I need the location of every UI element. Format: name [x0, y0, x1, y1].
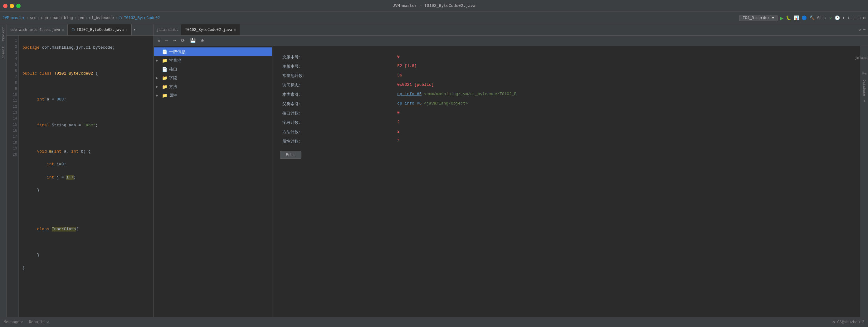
breadcrumb-item-4[interactable]: mashibing — [53, 16, 73, 20]
detail-row-constant-pool-count: 常量池计数: 36 — [280, 71, 852, 81]
super-class-value: <java/lang/Object> — [424, 101, 468, 106]
this-class-link[interactable]: cp_info #5 — [397, 92, 422, 96]
terminal-label[interactable]: ≡ — [862, 100, 866, 102]
detail-value-method-count: 2 — [395, 127, 852, 137]
coverage-button[interactable]: 🔵 — [802, 15, 807, 21]
tree-item-attributes[interactable]: ▶ 📁 属性 — [154, 91, 272, 100]
jclasslib-forward-btn[interactable]: → — [172, 37, 177, 44]
tree-item-methods[interactable]: ▶ 📁 方法 — [154, 82, 272, 91]
detail-label-interface-count: 接口计数: — [280, 109, 395, 118]
jclasslib-close-btn[interactable]: ✕ — [156, 37, 162, 44]
detail-label-super-class: 父类索引: — [280, 99, 395, 109]
git-push[interactable]: ⬆ — [842, 15, 845, 21]
breadcrumb-item-3[interactable]: com — [41, 16, 48, 20]
window-title: JVM-master – T0102_ByteCode02.java — [393, 3, 475, 8]
tree-label-attributes: 属性 — [169, 93, 177, 98]
debug-button[interactable]: 🐛 — [786, 15, 791, 21]
line-numbers: 12345 678910 1112131415 1617181920 — [7, 36, 19, 317]
tree-label-methods: 方法 — [169, 84, 177, 90]
tab-bytecode02-close[interactable]: ✕ — [126, 28, 128, 32]
tab-interfaces[interactable]: ode_With_Interfaces.java ✕ — [7, 24, 68, 35]
jclasslib-tree: 📄 一般信息 ▶ 📁 常量池 📄 接口 ▶ 📁 字段 — [154, 46, 272, 317]
rebuild-label[interactable]: Rebuild — [29, 320, 44, 325]
git-history[interactable]: 🕐 — [835, 15, 840, 21]
jclasslib-right-panel: jclasslib 🐜 Database ≡ — [860, 46, 868, 317]
super-class-link[interactable]: cp_info #6 — [397, 101, 422, 106]
code-line-12: } — [23, 187, 150, 194]
tab-more-button[interactable]: ▾ — [132, 27, 137, 32]
sidebar-item-project[interactable]: Project — [2, 27, 5, 41]
detail-panel: 次版本号: 0 主版本号: 52 [1.8] 常量池计数: 36 访问标志: 0… — [272, 46, 860, 317]
settings-btn[interactable]: ⚙ — [863, 15, 866, 21]
tree-icon-constants: 📁 — [162, 58, 167, 63]
detail-row-minor-version: 次版本号: 0 — [280, 52, 852, 62]
tree-icon-general: 📄 — [162, 49, 167, 55]
detail-row-major-version: 主版本号: 52 [1.8] — [280, 62, 852, 71]
edit-button[interactable]: Edit — [280, 151, 301, 159]
git-pull[interactable]: ⬇ — [847, 15, 850, 21]
jclasslib-refresh-btn[interactable]: ⟳ — [180, 37, 186, 44]
tree-item-fields[interactable]: ▶ 📁 字段 — [154, 73, 272, 82]
ant-icon[interactable]: 🐜 — [862, 71, 867, 76]
minimize-button[interactable] — [10, 4, 14, 8]
jclasslib-save-btn[interactable]: 💾 — [189, 37, 197, 44]
database-label[interactable]: Database — [862, 80, 866, 96]
tree-item-general[interactable]: 📄 一般信息 — [154, 48, 272, 56]
tree-item-constants[interactable]: ▶ 📁 常量池 — [154, 56, 272, 65]
detail-row-attribute-count: 属性计数: 2 — [280, 137, 852, 146]
run-config-button[interactable]: T04_Disorder ▼ — [739, 15, 777, 21]
git-checkmark[interactable]: ✓ — [829, 15, 832, 21]
tab-bytecode02[interactable]: ⬡ T0102_ByteCode02.java ✕ — [68, 24, 131, 35]
code-content: 12345 678910 1112131415 1617181920 packa… — [7, 36, 154, 317]
detail-value-this-class: cp_info #5 <com/mashibing/jvm/c1_bytecod… — [395, 90, 852, 99]
breadcrumb-item-7[interactable]: ⬡ T0102_ByteCode02 — [119, 16, 160, 20]
jclasslib-header-actions: ⚙ ─ — [859, 27, 866, 32]
breadcrumb-item-5[interactable]: jvm — [78, 16, 85, 20]
jclasslib-back-btn[interactable]: ← — [164, 37, 169, 44]
detail-label-this-class: 本类索引: — [280, 90, 395, 99]
tab-interfaces-close[interactable]: ✕ — [62, 28, 64, 32]
jclasslib-settings-icon[interactable]: ⚙ — [859, 27, 861, 32]
code-line-13 — [23, 200, 150, 207]
breadcrumb-item-1[interactable]: JVM-master — [2, 16, 25, 20]
code-line-1: package com.mashibing.jvm.c1_bytecode; — [23, 44, 150, 51]
breadcrumb-item-2[interactable]: src — [30, 16, 36, 20]
detail-value-attribute-count: 2 — [395, 137, 852, 146]
profile-button[interactable]: 📊 — [794, 15, 799, 21]
user-label: CS@shuzhou12 — [837, 320, 864, 325]
detail-value-field-count: 2 — [395, 118, 852, 127]
detail-value-interface-count: 0 — [395, 109, 852, 118]
jclasslib-tab-close[interactable]: ✕ — [234, 28, 236, 32]
code-editor[interactable]: package com.mashibing.jvm.c1_bytecode; p… — [19, 36, 154, 317]
restore-btn[interactable]: ⊡ — [858, 15, 860, 21]
jclasslib-file-label: T0102_ByteCode02.java — [185, 28, 232, 32]
editor-area: ode_With_Interfaces.java ✕ ⬡ T0102_ByteC… — [7, 24, 154, 317]
settings-status-icon[interactable]: ⚙ — [832, 320, 835, 325]
detail-label-major-version: 主版本号: — [280, 62, 395, 71]
detail-label-minor-version: 次版本号: — [280, 52, 395, 62]
tree-label-interface: 接口 — [169, 66, 177, 72]
tree-icon-methods: 📁 — [162, 84, 167, 90]
detail-value-constant-pool-count: 36 — [395, 71, 852, 81]
tree-arrow-constants: ▶ — [156, 59, 160, 62]
jclasslib-close-icon[interactable]: ─ — [863, 27, 866, 32]
run-button[interactable]: ▶ — [780, 15, 783, 22]
sidebar-item-commit[interactable]: Commit — [2, 46, 5, 59]
tree-arrow-fields: ▶ — [156, 76, 160, 80]
close-button[interactable] — [3, 4, 7, 8]
tree-icon-fields: 📁 — [162, 76, 167, 81]
window-controls[interactable] — [3, 4, 21, 8]
toolbar-right: T04_Disorder ▼ ▶ 🐛 📊 🔵 🔨 Git: ✓ 🕐 ⬆ ⬇ ⊞ … — [739, 15, 866, 22]
detail-value-super-class: cp_info #6 <java/lang/Object> — [395, 99, 852, 109]
rebuild-close[interactable]: ✕ — [46, 320, 49, 325]
jclasslib-tab-file[interactable]: T0102_ByteCode02.java ✕ — [181, 24, 240, 35]
this-class-value: <com/mashibing/jvm/c1_bytecode/T0102_B — [424, 92, 516, 96]
jclasslib-target-btn[interactable]: ⊙ — [200, 37, 205, 44]
build-button[interactable]: 🔨 — [809, 15, 815, 21]
breadcrumb-item-6[interactable]: c1_bytecode — [89, 16, 114, 20]
maximize-button[interactable] — [16, 4, 21, 8]
tree-item-interface[interactable]: 📄 接口 — [154, 65, 272, 73]
jclasslib-right-label[interactable]: jclasslib — [855, 56, 868, 60]
window-layout[interactable]: ⊞ — [853, 15, 855, 21]
code-line-19 — [23, 278, 150, 285]
